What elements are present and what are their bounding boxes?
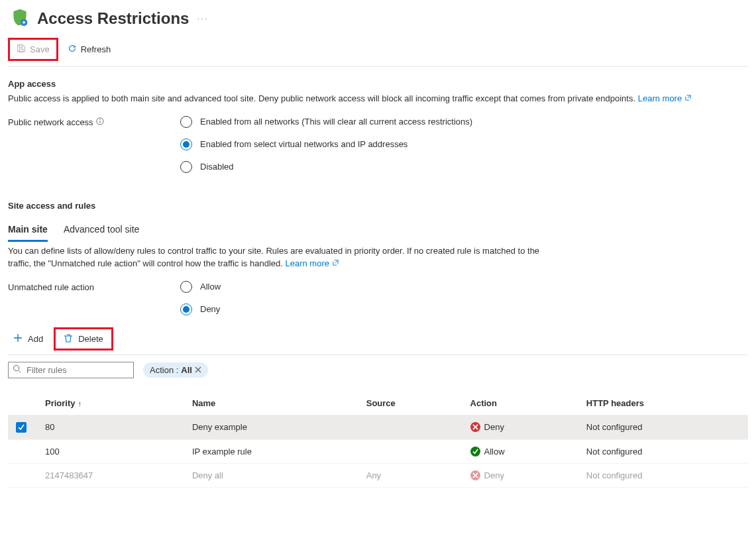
pna-label-text: Public network access — [8, 117, 93, 127]
save-icon — [17, 44, 26, 55]
more-icon[interactable]: ··· — [197, 13, 208, 23]
pna-options: Enabled from all networks (This will cle… — [180, 116, 472, 173]
cell-priority: 2147483647 — [37, 463, 184, 487]
save-highlight: Save — [8, 38, 58, 61]
filter-input-wrapper[interactable] — [8, 362, 134, 378]
pill-label: Action : — [150, 365, 178, 375]
cell-action: Deny — [462, 415, 578, 439]
public-network-access-label: Public network access — [8, 116, 180, 127]
radio-icon — [180, 138, 192, 150]
page-header: Access Restrictions ··· — [8, 5, 748, 35]
radio-label: Disabled — [200, 162, 234, 172]
radio-unmatched-deny[interactable]: Deny — [180, 303, 221, 315]
cell-name: IP example rule — [184, 439, 358, 463]
refresh-label: Refresh — [81, 44, 111, 54]
cell-http: Not configured — [578, 439, 748, 463]
plus-icon — [13, 333, 23, 345]
cell-name: Deny all — [184, 463, 358, 487]
add-rule-button[interactable]: Add — [8, 331, 48, 347]
radio-icon — [180, 116, 192, 128]
save-button[interactable]: Save — [11, 41, 55, 58]
app-access-learn-more[interactable]: Learn more — [638, 93, 692, 103]
public-network-access-field: Public network access Enabled from all n… — [8, 116, 748, 173]
col-http[interactable]: HTTP headers — [578, 392, 748, 415]
radio-label: Enabled from all networks (This will cle… — [200, 117, 472, 127]
info-icon[interactable] — [96, 117, 104, 127]
app-access-heading: App access — [8, 79, 748, 89]
table-row[interactable]: 2147483647Deny allAnyDenyNot configured — [8, 463, 748, 487]
col-source[interactable]: Source — [358, 392, 462, 415]
save-label: Save — [30, 44, 50, 54]
table-row[interactable]: 100IP example ruleAllowNot configured — [8, 439, 748, 463]
cell-http: Not configured — [578, 463, 748, 487]
unmatched-rule-field: Unmatched rule action Allow Deny — [8, 281, 748, 315]
trash-icon — [64, 333, 73, 345]
x-circle-icon — [470, 470, 480, 480]
table-row[interactable]: 80Deny exampleDenyNot configured — [8, 415, 748, 439]
cell-priority: 80 — [37, 415, 184, 439]
delete-highlight: Delete — [54, 327, 113, 351]
page-title: Access Restrictions — [37, 9, 189, 28]
svg-point-2 — [99, 119, 100, 120]
add-label: Add — [28, 334, 43, 344]
search-icon — [13, 364, 21, 375]
radio-icon — [180, 161, 192, 173]
filter-pill-action[interactable]: Action : All — [143, 362, 208, 378]
cell-action: Deny — [462, 463, 578, 487]
radio-disabled[interactable]: Disabled — [180, 161, 472, 173]
rules-toolbar: Add Delete — [8, 327, 748, 355]
app-access-description: Public access is applied to both main si… — [8, 93, 748, 105]
site-access-heading: Site access and rules — [8, 201, 748, 211]
delete-rule-button[interactable]: Delete — [58, 331, 109, 347]
delete-label: Delete — [78, 334, 103, 344]
unmatched-options: Allow Deny — [180, 281, 221, 315]
cell-source: Any — [358, 463, 462, 487]
toolbar: Save Refresh — [8, 35, 748, 67]
x-circle-icon — [470, 422, 480, 432]
site-access-description: You can define lists of allow/deny rules… — [8, 245, 551, 270]
app-access-desc-text: Public access is applied to both main si… — [8, 93, 635, 103]
close-icon[interactable] — [195, 365, 201, 375]
radio-unmatched-allow[interactable]: Allow — [180, 281, 221, 293]
radio-enabled-select[interactable]: Enabled from select virtual networks and… — [180, 138, 472, 150]
site-access-learn-more[interactable]: Learn more — [285, 258, 339, 268]
pill-value: All — [181, 365, 192, 375]
external-link-icon — [332, 258, 339, 270]
shield-icon — [11, 8, 29, 28]
col-priority[interactable]: Priority↑ — [37, 392, 184, 415]
cell-name: Deny example — [184, 415, 358, 439]
rules-table: Priority↑ Name Source Action HTTP header… — [8, 392, 748, 488]
radio-icon — [180, 281, 192, 293]
check-circle-icon — [470, 447, 480, 457]
radio-label: Enabled from select virtual networks and… — [200, 139, 407, 149]
cell-http: Not configured — [578, 415, 748, 439]
col-name[interactable]: Name — [184, 392, 358, 415]
svg-point-3 — [13, 366, 19, 371]
cell-source — [358, 415, 462, 439]
refresh-icon — [68, 44, 77, 55]
radio-enabled-all[interactable]: Enabled from all networks (This will cle… — [180, 116, 472, 128]
filter-row: Action : All — [8, 362, 748, 378]
site-tabs: Main site Advanced tool site — [8, 220, 748, 241]
learn-more-label: Learn more — [285, 258, 329, 268]
cell-source — [358, 439, 462, 463]
sort-up-icon: ↑ — [78, 400, 82, 407]
radio-icon — [180, 303, 192, 315]
learn-more-label: Learn more — [638, 93, 682, 103]
site-access-desc-text: You can define lists of allow/deny rules… — [8, 246, 539, 268]
filter-rules-input[interactable] — [25, 364, 129, 376]
col-action[interactable]: Action — [462, 392, 578, 415]
external-link-icon — [684, 93, 692, 105]
tab-advanced-tool[interactable]: Advanced tool site — [64, 220, 139, 241]
refresh-button[interactable]: Refresh — [62, 41, 117, 58]
tab-main-site[interactable]: Main site — [8, 220, 48, 242]
radio-label: Allow — [200, 282, 221, 292]
row-checkbox[interactable] — [16, 422, 27, 433]
cell-action: Allow — [462, 439, 578, 463]
unmatched-rule-label: Unmatched rule action — [8, 281, 180, 292]
radio-label: Deny — [200, 304, 220, 314]
cell-priority: 100 — [37, 439, 184, 463]
